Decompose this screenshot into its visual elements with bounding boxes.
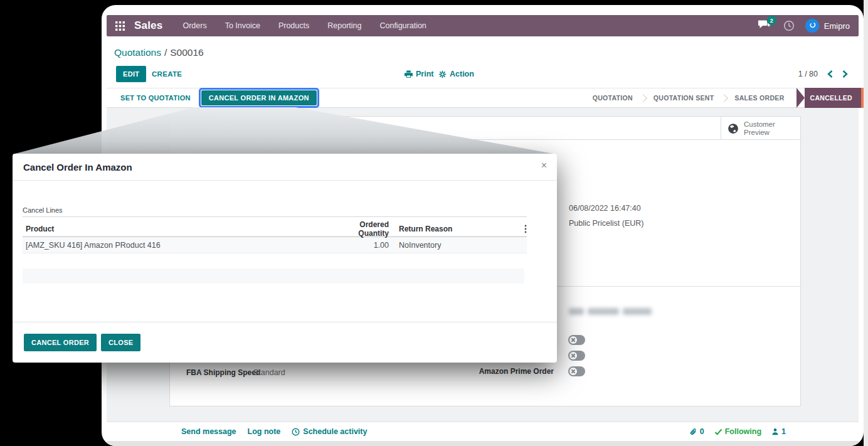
following-button[interactable]: Following [714,427,761,436]
column-header-return-reason: Return Reason [396,225,513,233]
nav-item-configuration[interactable]: Configuration [379,21,426,30]
window-bottom-strip [107,441,859,446]
empty-row-stripe [23,268,524,284]
status-step-cancelled[interactable]: CANCELLED [797,88,861,108]
messages-icon[interactable]: 2 [758,19,773,32]
main-navbar: Sales Orders To Invoice Products Reporti… [107,15,859,36]
cell-ordered-quantity: 1.00 [346,241,396,250]
fba-shipping-speed-value: Standard [253,368,285,377]
control-panel: EDIT CREATE Print [102,63,864,88]
app-title: Sales [134,19,162,32]
pager: 1 / 80 [798,70,848,78]
user-name: Emipro [824,21,850,31]
customer-preview-label: Customer Preview [744,120,783,137]
nav-item-orders[interactable]: Orders [183,21,206,30]
highlight-outline: CANCEL ORDER IN AMAZON [199,88,319,108]
screenshot-canvas: Sales Orders To Invoice Products Reporti… [0,0,868,446]
print-label: Print [416,70,433,78]
form-statusbar: SET TO QUOTATION CANCEL ORDER IN AMAZON … [107,88,864,108]
status-step-quotation[interactable]: QUOTATION [586,94,640,102]
fba-shipping-speed-label: FBA Shipping Speed [186,368,260,377]
status-separator-icon [721,94,729,102]
pager-previous-icon[interactable] [827,70,833,78]
status-step-quotation-sent[interactable]: QUOTATION SENT [647,94,721,102]
page-background-strip [864,0,868,446]
paperclip-icon [689,428,697,436]
followers-button[interactable]: 1 [771,427,786,436]
breadcrumb: Quotations / S00016 [114,45,204,60]
modal-footer: CANCEL ORDER CLOSE [13,322,557,363]
cell-return-reason: NoInventory [396,241,513,250]
avatar [805,19,819,33]
action-menu[interactable]: Action [438,70,474,78]
toggle-off-icon[interactable] [568,366,585,376]
section-separator [23,216,527,217]
nav-item-reporting[interactable]: Reporting [327,21,361,30]
create-button[interactable]: CREATE [152,70,182,78]
status-step-sales-order[interactable]: SALES ORDER [728,94,791,102]
scrollbar-thumb[interactable] [861,88,864,108]
breadcrumb-quotations-link[interactable]: Quotations [114,47,161,58]
edit-button[interactable]: EDIT [116,66,146,82]
breadcrumb-separator: / [164,47,167,58]
modal-header: Cancel Order In Amazon × [13,154,557,181]
check-icon [714,428,722,435]
action-label: Action [450,70,474,78]
person-icon [771,428,779,435]
status-pipeline: QUOTATION QUOTATION SENT SALES ORDER CAN… [586,88,864,107]
column-options-icon[interactable] [513,225,527,233]
print-menu[interactable]: Print [405,70,433,78]
column-header-product: Product [23,225,346,233]
modal-close-icon[interactable]: × [541,160,547,171]
log-note-button[interactable]: Log note [248,427,281,436]
attachments-count: 0 [700,427,704,436]
cancel-lines-label: Cancel Lines [23,206,63,214]
toggle-off-icon[interactable] [568,351,585,361]
status-separator-icon [639,94,647,102]
order-date-value: 06/08/2022 16:47:40 [569,204,641,213]
toggle-off-icon[interactable] [568,335,585,345]
emipro-logo-icon [808,21,817,30]
navbar-systray: 2 Emipro [758,19,850,33]
redacted-value [569,308,652,315]
pager-value: 1 / 80 [798,70,818,78]
column-header-ordered-quantity: Ordered Quantity [346,220,396,238]
apps-menu-icon[interactable] [115,21,125,31]
amazon-prime-order-label: Amazon Prime Order [465,367,554,376]
schedule-activity-label: Schedule activity [303,427,367,436]
globe-icon [728,123,739,134]
printer-icon [405,70,413,78]
nav-item-products[interactable]: Products [278,21,309,30]
activities-clock-icon[interactable] [783,20,795,31]
modal-title: Cancel Order In Amazon [23,162,132,173]
status-step-cancelled-label: CANCELLED [805,88,861,108]
cancel-order-button[interactable]: CANCEL ORDER [24,334,97,351]
cancel-order-modal: Cancel Order In Amazon × Cancel Lines Pr… [13,154,557,363]
status-arrow-icon [797,88,805,108]
nav-item-to-invoice[interactable]: To Invoice [225,21,260,30]
breadcrumb-current: S00016 [170,47,203,58]
attachments-button[interactable]: 0 [689,427,704,436]
chatter-actions: Send message Log note Schedule activity [181,422,367,441]
pager-next-icon[interactable] [842,70,848,78]
gear-icon [438,70,447,78]
followers-count: 1 [781,427,786,436]
pricelist-value: Public Pricelist (EUR) [569,219,643,228]
table-header-row: Product Ordered Quantity Return Reason [23,221,527,237]
cancel-order-in-amazon-button[interactable]: CANCEL ORDER IN AMAZON [201,90,317,105]
close-button[interactable]: CLOSE [101,334,140,351]
messages-count-badge: 2 [767,16,776,25]
chatter-bar: Send message Log note Schedule activity [107,422,859,441]
sheet-header-row: Customer Preview [170,117,800,140]
send-message-button[interactable]: Send message [181,427,236,436]
schedule-activity-button[interactable]: Schedule activity [292,427,367,436]
set-to-quotation-button[interactable]: SET TO QUOTATION [120,94,191,102]
following-label: Following [725,427,761,436]
cell-product: [AMZ_SKU 416] Amazon PRoduct 416 [23,241,346,250]
schedule-clock-icon [292,428,300,436]
user-menu[interactable]: Emipro [805,19,850,33]
chatter-status: 0 Following 1 [689,422,786,441]
table-row[interactable]: [AMZ_SKU 416] Amazon PRoduct 416 1.00 No… [23,238,527,253]
customer-preview-button[interactable]: Customer Preview [721,117,800,140]
